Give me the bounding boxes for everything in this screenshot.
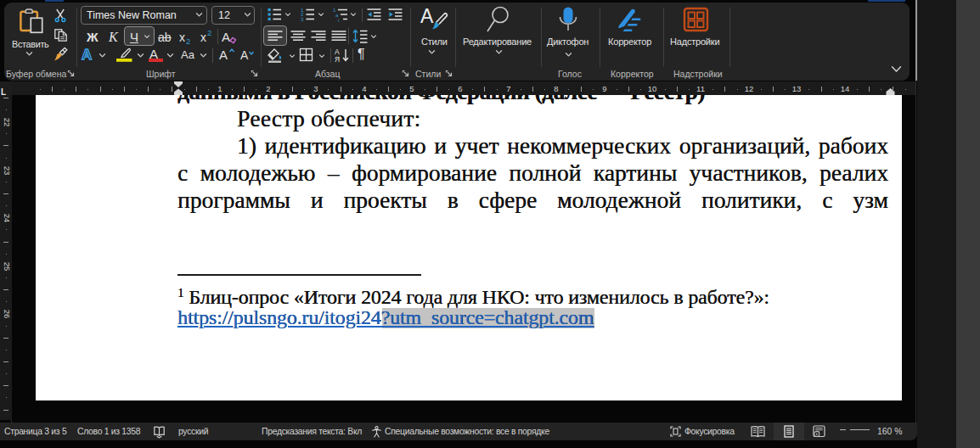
svg-text:3: 3	[301, 17, 304, 22]
svg-text:Я: Я	[335, 55, 340, 64]
svg-text:i: i	[338, 18, 339, 23]
